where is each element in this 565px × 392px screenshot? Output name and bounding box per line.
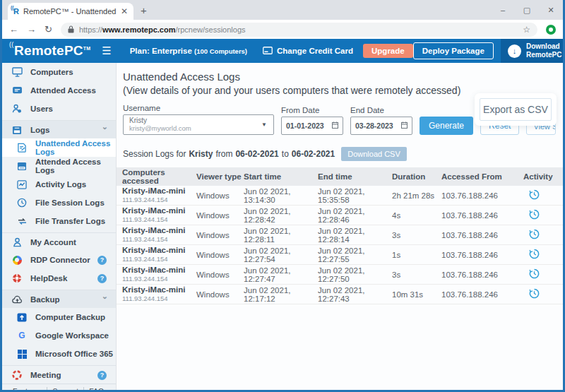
accessed-from-ip: 103.76.188.246 <box>441 231 519 239</box>
new-tab-button[interactable]: + <box>141 4 147 16</box>
session-summary: Session Logs for Kristy from 06-02-2021 … <box>123 147 556 161</box>
session-to-date: 06-02-2021 <box>292 149 335 159</box>
column-header-duration: Duration <box>392 172 441 181</box>
table-row: Kristy-iMac-mini 111.93.244.154 Windows … <box>117 245 563 265</box>
hamburger-menu-icon[interactable]: ☰ <box>102 44 111 57</box>
computer-ip: 111.93.244.154 <box>122 236 196 244</box>
tab-close-icon[interactable]: ✕ <box>121 6 128 16</box>
generate-button[interactable]: Generate <box>420 117 473 135</box>
from-date-input[interactable]: 01-01-2023 <box>281 117 343 135</box>
download-csv-button[interactable]: Download CSV <box>341 147 407 161</box>
logo-waves-icon: (( <box>9 41 13 48</box>
window-close-button[interactable]: ✕ <box>539 0 563 20</box>
viewer-type: Windows <box>196 271 244 279</box>
table-row: Kristy-iMac-mini 111.93.244.154 Windows … <box>117 225 563 245</box>
session-history-icon[interactable] <box>529 189 540 201</box>
bookmark-star-icon[interactable]: ☆ <box>523 25 530 35</box>
help-icon[interactable]: ? <box>97 371 107 380</box>
session-history-icon[interactable] <box>529 249 540 261</box>
session-history-icon[interactable] <box>529 229 540 241</box>
computer-name: Kristy-iMac-mini <box>122 186 196 196</box>
session-history-icon[interactable] <box>529 268 540 280</box>
sidebar-item-label: Meeting <box>30 371 61 379</box>
duration: 10m 31s <box>392 290 441 299</box>
sidebar-item-label: Backup <box>30 295 60 304</box>
sidebar-item-label: Logs <box>30 126 49 134</box>
sidebar-item-logs[interactable]: Logs⌄ <box>2 120 116 138</box>
upgrade-button[interactable]: Upgrade <box>363 44 413 58</box>
back-icon[interactable]: ← <box>9 24 18 35</box>
sidebar-item-helpdesk[interactable]: HelpDesk? <box>2 269 116 287</box>
meeting-icon <box>11 369 23 381</box>
sidebar-item-unattended-access-logs[interactable]: Unattended Access Logs <box>2 138 116 157</box>
url-input[interactable]: https://www.remotepc.com/rpcnew/sessionl… <box>61 23 537 37</box>
attended-access-icon <box>11 85 23 96</box>
helpdesk-icon <box>11 273 23 284</box>
start-time: Jun 02 2021, 12:17:12 <box>244 286 318 303</box>
footer-link-features[interactable]: Features <box>8 387 47 390</box>
sidebar-item-activity-logs[interactable]: Activity Logs <box>2 175 116 194</box>
sidebar-item-label: File Transfer Logs <box>35 217 105 225</box>
sidebar-item-file-session-logs[interactable]: File Session Logs <box>2 194 116 212</box>
extension-icon[interactable] <box>546 25 556 35</box>
username-email: kristy@myworld.com <box>129 125 191 133</box>
sidebar-item-users[interactable]: Users <box>2 100 116 118</box>
end-date-label: End Date <box>350 106 412 114</box>
sidebar-nav: ComputersAttended AccessUsersLogs⌄Unatte… <box>2 63 117 390</box>
page-title: Unattended Access Logs <box>123 71 556 83</box>
window-maximize-button[interactable]: ▢ <box>515 0 539 20</box>
footer-link-support[interactable]: Support <box>47 387 84 390</box>
username-select[interactable]: Kristy kristy@myworld.com ▼ <box>123 114 274 135</box>
viewer-type: Windows <box>196 290 244 299</box>
viewer-type: Windows <box>196 251 244 259</box>
sidebar-item-rdp-connector[interactable]: RDP Connector? <box>2 251 116 269</box>
table-row: Kristy-iMac-mini 111.93.244.154 Windows … <box>117 206 563 225</box>
sidebar-item-label: Google Workspace <box>35 331 109 340</box>
sidebar-item-label: Attended Access <box>30 86 96 95</box>
calendar-icon <box>401 121 408 130</box>
sidebar-item-meeting[interactable]: Meeting? <box>2 365 116 384</box>
help-icon[interactable]: ? <box>97 274 107 283</box>
table-row: Kristy-iMac-mini 111.93.244.154 Windows … <box>117 265 563 285</box>
calendar-icon <box>332 121 338 130</box>
help-icon[interactable]: ? <box>97 256 107 265</box>
accessed-from-ip: 103.76.188.246 <box>441 271 519 279</box>
sidebar-item-attended-access-logs[interactable]: Attended Access Logs <box>2 157 116 175</box>
browser-tab[interactable]: ((R RemotePC™ - Unattended Acce ✕ <box>8 3 133 20</box>
credit-card-icon <box>263 47 273 56</box>
forward-icon[interactable]: → <box>27 24 36 35</box>
deploy-package-button[interactable]: Deploy Package <box>413 42 494 59</box>
change-credit-card-button[interactable]: Change Credit Card <box>263 47 353 56</box>
footer-link-faqs[interactable]: FAQs <box>84 387 112 390</box>
sidebar-item-label: Computer Backup <box>35 313 105 321</box>
export-as-csv-button[interactable]: Export as CSV <box>480 98 552 121</box>
session-history-icon[interactable] <box>529 209 540 221</box>
sidebar-item-microsoft-office-365[interactable]: Microsoft Office 365 <box>2 345 116 363</box>
download-viewer-button[interactable]: ↓ DownloadRemotePC Viewer <box>501 39 565 63</box>
sidebar-item-backup[interactable]: Backup⌄ <box>2 290 116 308</box>
reload-icon[interactable]: ↻ <box>44 24 52 35</box>
sidebar-item-my-account[interactable]: My Account <box>2 232 116 251</box>
viewer-type: Windows <box>196 211 244 220</box>
sidebar-item-label: Microsoft Office 365 <box>35 350 113 358</box>
tab-strip: ((R RemotePC™ - Unattended Acce ✕ + – ▢ … <box>2 0 563 20</box>
sidebar-item-attended-access[interactable]: Attended Access <box>2 81 116 100</box>
users-icon <box>11 103 23 114</box>
end-time: Jun 02 2021, 12:27:43 <box>318 286 392 303</box>
sidebar-item-label: Unattended Access Logs <box>35 139 116 156</box>
session-history-icon[interactable] <box>529 288 540 300</box>
computer-ip: 111.93.244.154 <box>122 295 196 303</box>
remotepc-favicon-icon: ((R <box>13 8 19 16</box>
duration: 3s <box>392 231 441 239</box>
computer-name: Kristy-iMac-mini <box>122 206 196 215</box>
remotepc-logo: ((RemotePCTM <box>11 43 90 59</box>
sidebar-item-file-transfer-logs[interactable]: File Transfer Logs <box>2 212 116 230</box>
window-minimize-button[interactable]: – <box>491 0 515 20</box>
sidebar-item-google-workspace[interactable]: GGoogle Workspace <box>2 326 116 345</box>
computer-name: Kristy-iMac-mini <box>122 226 196 235</box>
duration: 3s <box>392 271 441 279</box>
sidebar-item-computers[interactable]: Computers <box>2 63 116 81</box>
sidebar-item-computer-backup[interactable]: Computer Backup <box>2 308 116 326</box>
column-header-start-time: Start time <box>244 172 318 181</box>
end-date-input[interactable]: 03-28-2023 <box>350 117 412 135</box>
